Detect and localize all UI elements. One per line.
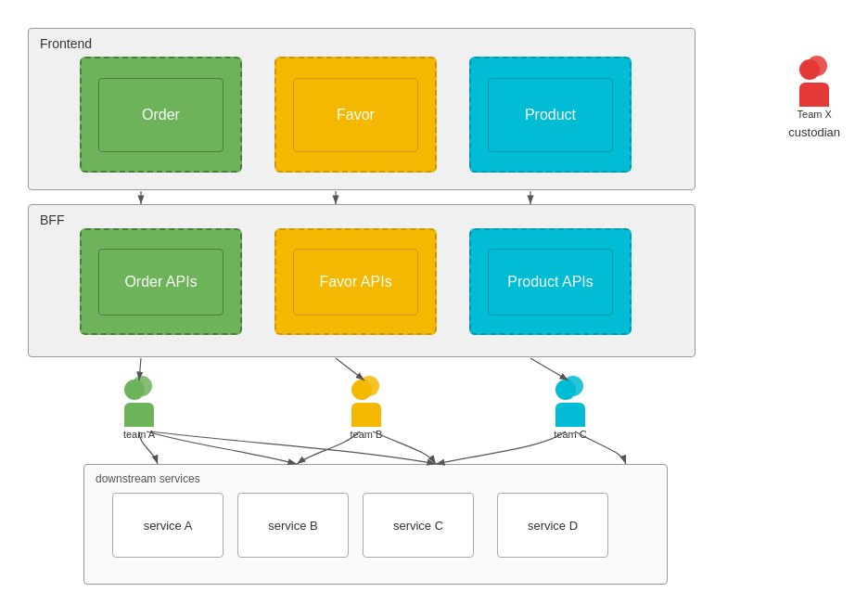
team-a-torso	[124, 403, 154, 428]
bff-product-outer: Product APIs	[469, 228, 632, 335]
service-a-card: service A	[112, 493, 223, 558]
team-x-figure: Team X	[791, 56, 837, 120]
custodian-label: custodian	[788, 125, 840, 139]
frontend-product-outer: Product	[469, 57, 632, 173]
frontend-favor-outer: Favor	[274, 57, 437, 173]
team-x-label: Team X	[798, 109, 832, 120]
team-c-figure: team C	[547, 376, 594, 440]
team-x-torso	[799, 83, 829, 108]
team-a-head-front	[124, 380, 145, 400]
team-b-label: team B	[351, 429, 383, 440]
frontend-label: Frontend	[40, 36, 92, 51]
frontend-order-outer: Order	[80, 57, 242, 173]
team-x-body	[791, 56, 837, 107]
bff-favor-outer: Favor APIs	[274, 228, 437, 335]
service-b-card: service B	[237, 493, 349, 558]
team-b-figure: team B	[343, 376, 389, 440]
team-c-body	[547, 376, 594, 427]
downstream-label: downstream services	[96, 472, 200, 485]
bff-order-outer: Order APIs	[80, 228, 242, 335]
team-a-label: team A	[123, 429, 155, 440]
frontend-box: Frontend Order Favor Product	[28, 28, 696, 190]
team-c-head-front	[555, 380, 576, 400]
frontend-favor-inner: Favor	[293, 78, 418, 152]
diagram-area: Frontend Order Favor Product BFF Order A…	[9, 9, 733, 594]
team-c-heads	[552, 376, 589, 401]
team-c-label: team C	[554, 429, 586, 440]
team-x-heads	[796, 56, 833, 81]
frontend-order-inner: Order	[98, 78, 223, 152]
bff-product-inner: Product APIs	[488, 249, 613, 315]
bff-order-inner: Order APIs	[98, 249, 223, 315]
team-b-torso	[351, 403, 381, 428]
service-d-card: service D	[497, 493, 608, 558]
bff-favor-inner: Favor APIs	[293, 249, 418, 315]
team-a-figure: team A	[116, 376, 162, 440]
bff-box: BFF Order APIs Favor APIs Product APIs	[28, 204, 696, 357]
team-a-body	[116, 376, 162, 427]
team-b-body	[343, 376, 389, 427]
team-a-heads	[121, 376, 158, 401]
team-b-head-front	[351, 380, 372, 400]
team-x-head-front	[799, 59, 820, 80]
team-c-torso	[555, 403, 585, 428]
frontend-product-inner: Product	[488, 78, 613, 152]
team-b-heads	[348, 376, 385, 401]
service-c-card: service C	[363, 493, 474, 558]
downstream-box: downstream services service A service B …	[83, 464, 668, 585]
custodian-area: Team X custodian	[788, 56, 840, 139]
bff-label: BFF	[40, 212, 64, 227]
